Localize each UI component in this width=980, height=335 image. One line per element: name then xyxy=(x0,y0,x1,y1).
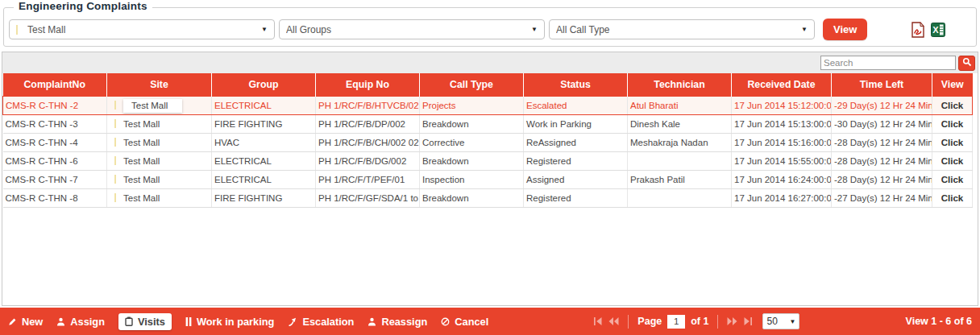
cell-call-type: Projects xyxy=(420,96,524,114)
cell-complaint-no: CMS-R C-THN -4 xyxy=(3,133,107,151)
cell-status: Work in Parking xyxy=(524,114,628,133)
escalation-button[interactable]: Escalation xyxy=(288,316,354,328)
cell-complaint-no: CMS-R C-THN -2 xyxy=(3,96,107,114)
records-summary: View 1 - 6 of 6 xyxy=(906,316,972,327)
cell-received-date: 17 Jun 2014 16:24:00:000 xyxy=(732,170,832,188)
cell-time-left: -28 Day(s) 12 Hr 24 Min xyxy=(832,170,932,188)
cell-group: ELECTRICAL xyxy=(212,170,316,188)
page-number-input[interactable] xyxy=(667,315,685,329)
table-row[interactable]: CMS-R C-THN -4Test MallHVACPH 1/RC/F/B/C… xyxy=(3,133,973,151)
cell-received-date: 17 Jun 2014 15:13:00:000 xyxy=(732,114,832,133)
site-cell-tick xyxy=(114,193,116,202)
escalation-button-label: Escalation xyxy=(302,316,354,328)
pager-separator xyxy=(717,315,718,329)
search-button[interactable] xyxy=(958,56,975,71)
cell-group: ELECTRICAL xyxy=(212,96,316,114)
panel-title: Engineering Complaints xyxy=(14,0,152,12)
chevron-down-icon: ▼ xyxy=(790,318,796,325)
site-label: Test Mall xyxy=(123,119,160,129)
person-icon xyxy=(368,317,376,326)
table-row[interactable]: CMS-R C-THN -8Test MallFIRE FIGHTINGPH 1… xyxy=(3,188,973,207)
visits-button[interactable]: Visits xyxy=(118,313,172,330)
reassign-button[interactable]: Reassign xyxy=(368,316,427,328)
cell-time-left: -28 Day(s) 12 Hr 24 Min xyxy=(832,151,932,170)
cell-time-left: -27 Day(s) 12 Hr 24 Min xyxy=(832,188,932,207)
page-size-select[interactable]: 50 ▼ xyxy=(762,313,799,329)
new-button-label: New xyxy=(22,316,43,328)
cell-technician: Meshakraja Nadan xyxy=(628,133,732,151)
complaints-table: ComplaintNo Site Group Equip No Call Typ… xyxy=(2,73,973,208)
cancel-button[interactable]: Cancel xyxy=(441,316,488,328)
chevron-down-icon: ▼ xyxy=(531,26,538,33)
group-filter-value: All Groups xyxy=(286,24,526,35)
group-filter-select[interactable]: All Groups ▼ xyxy=(279,19,545,39)
assign-button-label: Assign xyxy=(70,316,105,328)
cell-group: FIRE FIGHTING xyxy=(212,114,316,133)
site-cell-tick xyxy=(114,119,116,128)
pencil-icon xyxy=(8,317,17,326)
export-icons: X xyxy=(911,22,945,38)
page-of-label: of 1 xyxy=(691,316,708,327)
assign-button[interactable]: Assign xyxy=(56,316,105,328)
cell-technician: Dinesh Kale xyxy=(628,114,732,133)
cell-site: Test Mall xyxy=(107,133,212,151)
table-row[interactable]: CMS-R C-THN -6Test MallELECTRICALPH 1/RC… xyxy=(3,151,973,170)
cell-received-date: 17 Jun 2014 15:12:00:000 xyxy=(732,96,832,114)
column-header-calltype[interactable]: Call Type xyxy=(420,73,524,96)
cell-view[interactable]: Click xyxy=(932,114,973,133)
pause-icon xyxy=(185,317,192,326)
column-header-equipno[interactable]: Equip No xyxy=(316,73,420,96)
new-button[interactable]: New xyxy=(8,316,43,328)
cell-technician: Prakash Patil xyxy=(628,170,732,188)
prev-page-icon[interactable] xyxy=(608,317,619,325)
view-button[interactable]: View xyxy=(823,19,867,40)
table-row[interactable]: CMS-R C-THN -7Test MallELECTRICALPH 1/RC… xyxy=(3,170,973,188)
pagination: Page of 1 50 ▼ xyxy=(594,313,799,329)
column-header-view[interactable]: View xyxy=(932,73,973,96)
first-page-icon[interactable] xyxy=(594,317,603,325)
column-header-time-left[interactable]: Time Left xyxy=(832,73,932,96)
cell-group: FIRE FIGHTING xyxy=(212,188,316,207)
site-filter-select[interactable]: Test Mall ▼ xyxy=(9,19,275,39)
search-input[interactable] xyxy=(820,56,956,70)
cell-call-type: Corrective xyxy=(420,133,524,151)
footer-toolbar: New Assign Visits Work in parking Escala xyxy=(0,308,980,335)
site-filter-value: Test Mall xyxy=(27,24,256,35)
column-header-technician[interactable]: Technician xyxy=(628,73,732,96)
cell-equip-no: PH 1/RC/F/B/DP/002 xyxy=(316,114,420,133)
calltype-filter-select[interactable]: All Call Type ▼ xyxy=(549,19,815,39)
cell-view[interactable]: Click xyxy=(932,188,973,207)
cell-view[interactable]: Click xyxy=(932,170,973,188)
site-cell-tick xyxy=(114,138,116,147)
column-header-received-date[interactable]: Received Date xyxy=(732,73,832,96)
work-in-parking-button[interactable]: Work in parking xyxy=(185,316,274,328)
pdf-export-icon[interactable] xyxy=(911,22,925,38)
cell-equip-no: PH 1/RC/F/B/DG/002 xyxy=(316,151,420,170)
cell-site: Test Mall xyxy=(107,96,212,114)
filter-row: Test Mall ▼ All Groups ▼ All Call Type ▼… xyxy=(9,19,971,40)
column-header-site[interactable]: Site xyxy=(107,73,212,96)
last-page-icon[interactable] xyxy=(743,317,752,325)
calltype-filter-value: All Call Type xyxy=(556,24,796,35)
table-row[interactable]: CMS-R C-THN -2Test MallELECTRICALPH 1/RC… xyxy=(3,96,973,114)
cell-view[interactable]: Click xyxy=(932,151,973,170)
cell-equip-no: PH 1/RC/F/B/CH/002 02 xyxy=(316,133,420,151)
cell-view[interactable]: Click xyxy=(932,96,973,114)
table-row[interactable]: CMS-R C-THN -3Test MallFIRE FIGHTINGPH 1… xyxy=(3,114,973,133)
site-label: Test Mall xyxy=(123,175,160,184)
site-label: Test Mall xyxy=(123,156,160,166)
cell-call-type: Breakdown xyxy=(420,114,524,133)
cell-complaint-no: CMS-R C-THN -6 xyxy=(3,151,107,170)
work-in-parking-button-label: Work in parking xyxy=(197,316,274,328)
column-header-status[interactable]: Status xyxy=(524,73,628,96)
cell-view[interactable]: Click xyxy=(932,133,973,151)
column-header-complaintno[interactable]: ComplaintNo xyxy=(3,73,107,96)
cell-received-date: 17 Jun 2014 15:16:00:000 xyxy=(732,133,832,151)
table-header-row: ComplaintNo Site Group Equip No Call Typ… xyxy=(3,73,973,96)
excel-export-icon[interactable]: X xyxy=(931,23,945,37)
chevron-down-icon: ▼ xyxy=(261,26,268,33)
cell-status: Assigned xyxy=(524,170,628,188)
column-header-group[interactable]: Group xyxy=(212,73,316,96)
site-cell-tick xyxy=(114,175,116,184)
next-page-icon[interactable] xyxy=(727,317,737,325)
